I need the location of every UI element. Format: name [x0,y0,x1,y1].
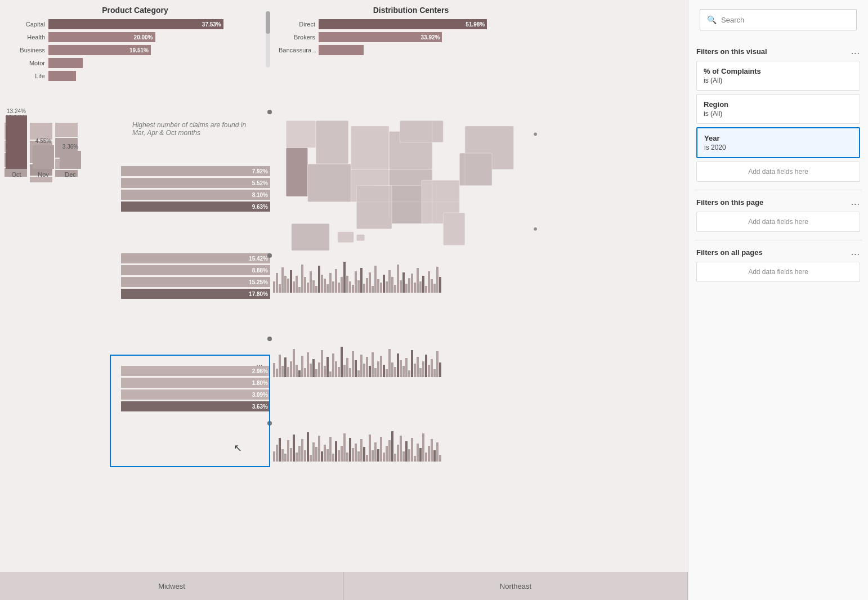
more-options-icon[interactable]: ··· [256,360,263,369]
filter-card-region[interactable]: Region is (All) [696,94,860,124]
svg-rect-21 [356,234,364,241]
filter-value-year: is 2020 [704,144,852,151]
spark2-30 [355,360,357,377]
spark2-47 [402,366,405,377]
spark-60 [439,277,441,293]
monthly-bar-group: 13.24% Oct 4.55% Nov 3.36% Dec [6,122,121,178]
spark2-3 [279,355,281,377]
dist-centers-title: Distribution Centers [279,6,543,15]
annotation-text: Highest number of claims are found in Ma… [127,115,262,142]
filter-name-year: Year [704,134,852,142]
spark3-17 [318,436,320,462]
search-box[interactable]: 🔍 [700,9,857,30]
spark2-54 [422,361,424,377]
scrollbar-thumb[interactable] [266,11,270,34]
svg-rect-1 [286,147,308,196]
bar-label-capital: Capital [8,21,45,28]
svg-rect-0 [286,120,316,147]
mid-bar-9: 2.96% [121,366,270,376]
hawaii [338,232,354,243]
dot-marker-3 [267,421,272,426]
bar-label-motor: Motor [8,60,45,66]
mid-bar-4: 9.63% [121,202,270,212]
filter-card-year[interactable]: Year is 2020 [696,127,860,158]
mid-bar-2: 5.52% [121,178,270,188]
filters-all-pages-ellipsis[interactable]: ... [851,247,860,257]
spark3-56 [428,446,430,462]
spark3-9 [296,453,298,462]
spark2-16 [315,369,317,377]
add-data-visual[interactable]: Add data fields here [696,162,860,182]
vbar-label-oct: Oct [11,171,21,178]
spark-48 [405,284,408,293]
spark2-5 [284,357,287,377]
mid-bar-row-5: 15.42% [121,253,270,263]
svg-rect-5 [351,126,389,169]
spark3-32 [360,439,363,462]
mid-bar-row-2: 5.52% [121,178,270,188]
spark3-22 [332,454,334,462]
spark-17 [318,266,320,293]
filters-on-page-ellipsis[interactable]: ... [851,197,860,207]
svg-rect-13 [459,153,492,186]
spark2-36 [372,352,374,377]
spark3-27 [346,453,348,462]
spark-56 [428,271,430,293]
mid-bar-11: 3.09% [121,389,270,400]
spark2-52 [417,357,419,377]
spark3-35 [369,435,371,462]
spark-16 [315,286,317,293]
spark2-27 [346,358,348,377]
spark3-33 [363,447,365,462]
spark-38 [377,279,379,293]
mid-bar-8: 17.80% [121,289,270,299]
scrollbar-track[interactable] [266,11,270,68]
alaska [292,223,329,250]
spark3-25 [341,446,343,462]
spark-23 [335,269,337,293]
map-dot-1 [534,132,537,136]
mid-bar-5: 15.42% [121,253,270,263]
spark-20 [326,284,329,293]
spark2-51 [414,364,416,377]
spark3-52 [417,444,419,462]
spark3-40 [383,453,385,462]
bar-label-business: Business [8,47,45,53]
mid-bar-row-10: 1.80% [121,378,270,388]
region-tab-northeast[interactable]: Northeast [344,572,688,600]
spark3-28 [349,438,351,462]
bar-label-brokers: Brokers [279,34,315,41]
dist-centers-bars: Direct 51.98% Brokers 33.92% [279,19,543,55]
spark2-14 [310,364,312,377]
mid-bar-row-1: 7.92% [121,166,270,176]
spark-58 [433,284,436,293]
mid-bar-pct-7: 15.25% [249,279,268,285]
spark2-35 [369,366,371,377]
svg-rect-10 [356,186,392,229]
spark-14 [310,271,312,293]
filter-card-complaints[interactable]: % of Complaints is (All) [696,61,860,91]
spark3-29 [352,448,354,462]
spark-41 [386,281,388,293]
filters-on-visual-ellipsis[interactable]: ... [851,46,860,56]
filters-all-pages-header: Filters on all pages ... [696,247,860,257]
bar-row-capital: Capital 37.53% [8,19,262,29]
annotation-area: Highest number of claims are found in Ma… [121,110,267,148]
spark2-46 [400,360,402,377]
mid-horiz-bars-group3: 2.96% 1.80% 3.09% 3.63% [121,366,270,413]
bar-track-bancassura [319,45,543,55]
region-tab-midwest[interactable]: Midwest [0,572,344,600]
spark3-20 [326,449,329,462]
spark2-38 [377,361,379,377]
spark2-58 [433,369,436,377]
add-data-all-pages[interactable]: Add data fields here [696,262,860,282]
spark3-10 [298,446,301,462]
spark3-43 [391,431,393,462]
bar-row-life: Life [8,71,262,81]
add-data-page[interactable]: Add data fields here [696,212,860,232]
search-input[interactable] [721,16,849,24]
filters-all-pages-section: Filters on all pages ... Add data fields… [688,240,868,290]
spark2-50 [411,350,413,377]
mid-bar-pct-8: 17.80% [249,291,268,297]
spark3-8 [293,435,295,462]
